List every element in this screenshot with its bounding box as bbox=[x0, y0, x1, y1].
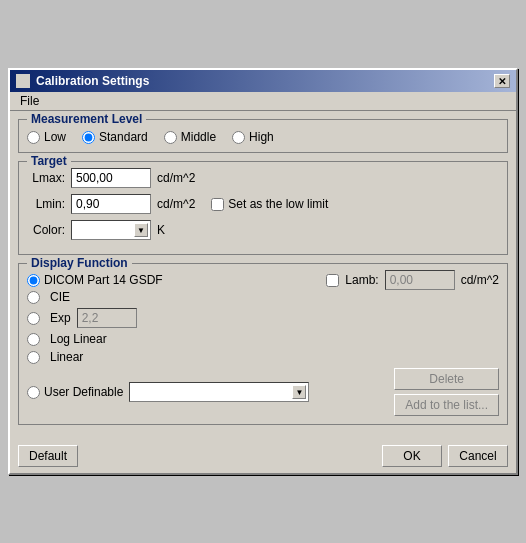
bottom-button-row: Default OK Cancel bbox=[10, 441, 516, 473]
user-definable-combo[interactable]: ▼ bbox=[129, 382, 309, 402]
radio-linear[interactable]: Linear bbox=[27, 350, 83, 364]
lamb-label: Lamb: bbox=[345, 273, 378, 287]
exp-row: Exp bbox=[27, 308, 499, 328]
linear-row: Linear bbox=[27, 350, 499, 364]
user-combo-arrow[interactable]: ▼ bbox=[292, 385, 306, 399]
lmin-input[interactable] bbox=[71, 194, 151, 214]
add-to-list-button[interactable]: Add to the list... bbox=[394, 394, 499, 416]
radio-middle[interactable]: Middle bbox=[164, 130, 216, 144]
lmin-label: Lmin: bbox=[27, 197, 65, 211]
lmin-row: Lmin: cd/m^2 Set as the low limit bbox=[27, 194, 499, 214]
measurement-level-group: Measurement Level Low Standard Middle Hi… bbox=[18, 119, 508, 153]
set-low-limit-label: Set as the low limit bbox=[228, 197, 328, 211]
color-label: Color: bbox=[27, 223, 65, 237]
radio-user-definable-label: User Definable bbox=[44, 385, 123, 399]
exp-input bbox=[77, 308, 137, 328]
radio-dicom-label: DICOM Part 14 GSDF bbox=[44, 273, 163, 287]
radio-high[interactable]: High bbox=[232, 130, 274, 144]
radio-high-label: High bbox=[249, 130, 274, 144]
cie-row: CIE bbox=[27, 290, 499, 304]
content-area: Measurement Level Low Standard Middle Hi… bbox=[10, 111, 516, 441]
display-function-label: Display Function bbox=[27, 256, 132, 270]
lamb-row: Lamb: cd/m^2 bbox=[326, 270, 499, 290]
radio-cie[interactable]: CIE bbox=[27, 290, 70, 304]
menu-bar: File bbox=[10, 92, 516, 111]
title-bar: Calibration Settings ✕ bbox=[10, 70, 516, 92]
radio-low[interactable]: Low bbox=[27, 130, 66, 144]
color-unit: K bbox=[157, 223, 165, 237]
ok-button[interactable]: OK bbox=[382, 445, 442, 467]
set-low-limit-row: Set as the low limit bbox=[211, 197, 328, 211]
measurement-level-label: Measurement Level bbox=[27, 112, 146, 126]
display-function-group: Display Function DICOM Part 14 GSDF Lamb… bbox=[18, 263, 508, 425]
title-bar-title: Calibration Settings bbox=[16, 74, 149, 88]
radio-standard-label: Standard bbox=[99, 130, 148, 144]
close-button[interactable]: ✕ bbox=[494, 74, 510, 88]
lmax-input[interactable] bbox=[71, 168, 151, 188]
color-combo[interactable]: ▼ bbox=[71, 220, 151, 240]
user-definable-row: User Definable ▼ Delete Add to the list.… bbox=[27, 368, 499, 416]
lamb-unit: cd/m^2 bbox=[461, 273, 499, 287]
delete-button[interactable]: Delete bbox=[394, 368, 499, 390]
lmax-label: Lmax: bbox=[27, 171, 65, 185]
cancel-button[interactable]: Cancel bbox=[448, 445, 508, 467]
radio-dicom[interactable]: DICOM Part 14 GSDF bbox=[27, 273, 163, 287]
delete-add-column: Delete Add to the list... bbox=[394, 368, 499, 416]
window-icon bbox=[16, 74, 30, 88]
lamb-checkbox[interactable] bbox=[326, 274, 339, 287]
radio-cie-label: CIE bbox=[50, 290, 70, 304]
radio-user-definable[interactable]: User Definable bbox=[27, 385, 123, 399]
radio-standard[interactable]: Standard bbox=[82, 130, 148, 144]
lmax-unit: cd/m^2 bbox=[157, 171, 195, 185]
color-row: Color: ▼ K bbox=[27, 220, 499, 240]
color-combo-arrow[interactable]: ▼ bbox=[134, 223, 148, 237]
lamb-input bbox=[385, 270, 455, 290]
file-menu[interactable]: File bbox=[14, 92, 45, 110]
radio-middle-label: Middle bbox=[181, 130, 216, 144]
lmin-unit: cd/m^2 bbox=[157, 197, 195, 211]
log-linear-row: Log Linear bbox=[27, 332, 499, 346]
window-title: Calibration Settings bbox=[36, 74, 149, 88]
default-button[interactable]: Default bbox=[18, 445, 78, 467]
set-low-limit-checkbox[interactable] bbox=[211, 198, 224, 211]
target-group: Target Lmax: cd/m^2 Lmin: cd/m^2 Set as … bbox=[18, 161, 508, 255]
measurement-level-radio-row: Low Standard Middle High bbox=[27, 126, 499, 144]
lmax-row: Lmax: cd/m^2 bbox=[27, 168, 499, 188]
radio-log-linear-label: Log Linear bbox=[50, 332, 107, 346]
dicom-row: DICOM Part 14 GSDF Lamb: cd/m^2 bbox=[27, 270, 499, 290]
radio-low-label: Low bbox=[44, 130, 66, 144]
radio-exp[interactable]: Exp bbox=[27, 311, 71, 325]
ok-cancel-buttons: OK Cancel bbox=[382, 445, 508, 467]
radio-log-linear[interactable]: Log Linear bbox=[27, 332, 107, 346]
calibration-settings-window: Calibration Settings ✕ File Measurement … bbox=[8, 68, 518, 475]
target-label: Target bbox=[27, 154, 71, 168]
radio-linear-label: Linear bbox=[50, 350, 83, 364]
radio-exp-label: Exp bbox=[50, 311, 71, 325]
